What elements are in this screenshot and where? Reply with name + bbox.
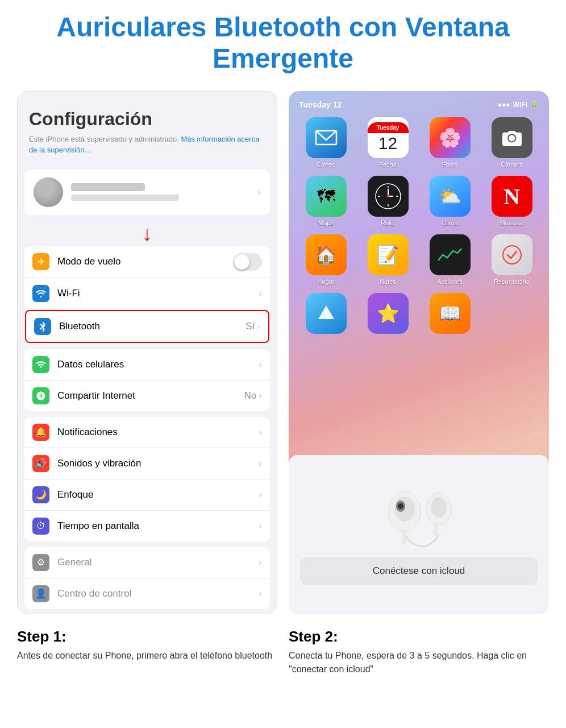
settings-header: Configuración Este iPhone está supervisa… bbox=[18, 92, 277, 160]
reloj-icon bbox=[368, 176, 409, 217]
hotspot-chevron: › bbox=[259, 390, 262, 402]
control-label: Centro de control bbox=[57, 588, 259, 599]
notes-label: Notes bbox=[380, 278, 396, 285]
settings-row-bluetooth[interactable]: Bluetooth Sí › bbox=[25, 310, 269, 343]
general-label: General bbox=[57, 557, 259, 568]
wifi-icon bbox=[32, 285, 49, 302]
app-fecha[interactable]: Tuesday 12 Fecha bbox=[361, 117, 415, 168]
status-bar: Tuesday 12 ●●● WiFi 🔋 bbox=[294, 98, 543, 111]
app-grid: Correo Tuesday 12 Fecha 🌸 Fotos bbox=[294, 111, 543, 342]
profile-row[interactable]: › bbox=[24, 169, 270, 215]
main-title: Auriculares Bluetooth con Ventana Emerge… bbox=[17, 11, 549, 74]
settings-phone-frame: Configuración Este iPhone está supervisa… bbox=[17, 91, 277, 614]
app-maps[interactable]: 🗺 Maps bbox=[299, 176, 353, 226]
hotspot-icon bbox=[32, 387, 49, 404]
screentime-chevron: › bbox=[259, 520, 262, 532]
home-screen: Tuesday 12 ●●● WiFi 🔋 bbox=[289, 91, 549, 455]
svg-line-13 bbox=[511, 251, 517, 258]
step-2-title: Step 2: bbox=[289, 628, 549, 646]
settings-group-2: Datos celulares › Compartir Internet No … bbox=[24, 349, 270, 411]
camera-label: Cámara bbox=[501, 161, 523, 168]
general-icon: ⚙ bbox=[32, 554, 49, 571]
clima-icon: ⛅ bbox=[430, 176, 471, 217]
app-fotos[interactable]: 🌸 Fotos bbox=[423, 117, 477, 168]
step-2: Step 2: Conecta tu Phone, espera de 3 a … bbox=[289, 628, 549, 676]
bluetooth-chevron: › bbox=[257, 321, 260, 332]
red-arrow-down: ↓ bbox=[142, 224, 152, 244]
settings-row-sounds[interactable]: 🔊 Sonidos y vibración › bbox=[24, 448, 270, 479]
bluetooth-label: Bluetooth bbox=[59, 321, 245, 332]
app-mail[interactable]: Correo bbox=[299, 117, 353, 168]
avatar-image bbox=[34, 177, 63, 207]
settings-row-control[interactable]: 👤 Centro de control › bbox=[24, 578, 270, 609]
app-notes[interactable]: 📝 Notes bbox=[361, 234, 415, 285]
settings-row-airplane[interactable]: ✈ Modo de vuelo bbox=[24, 246, 270, 278]
app-acciones[interactable]: Acciones bbox=[423, 234, 477, 285]
settings-row-screentime[interactable]: ⏱ Tiempo en pantalla › bbox=[24, 511, 270, 541]
sounds-icon: 🔊 bbox=[32, 455, 49, 472]
control-icon: 👤 bbox=[32, 585, 49, 602]
connect-icloud-button[interactable]: Conéctese con icloud bbox=[300, 557, 538, 585]
fotos-icon: 🌸 bbox=[430, 117, 471, 158]
app-clima[interactable]: ⛅ Clima bbox=[423, 176, 477, 226]
mensaje-icon: N bbox=[492, 176, 532, 217]
steps-section: Step 1: Antes de conectar su Phone, prim… bbox=[17, 628, 549, 676]
app-books[interactable]: 📖 bbox=[423, 293, 477, 337]
svg-point-11 bbox=[503, 246, 521, 264]
app-hogar[interactable]: 🏠 Hogar bbox=[299, 234, 353, 285]
featured-icon: ⭐ bbox=[368, 293, 409, 334]
camera-icon bbox=[492, 117, 532, 158]
profile-name-blur bbox=[71, 183, 145, 191]
maps-icon: 🗺 bbox=[306, 176, 347, 217]
settings-row-focus[interactable]: 🌙 Enfoque › bbox=[24, 479, 270, 511]
wifi-chevron: › bbox=[259, 288, 262, 299]
app-camera[interactable]: Cámara bbox=[485, 117, 539, 168]
settings-row-wifi[interactable]: Wi-Fi › bbox=[24, 278, 270, 309]
mail-label: Correo bbox=[317, 161, 336, 168]
maps-label: Maps bbox=[318, 220, 334, 226]
bluetooth-icon bbox=[34, 318, 51, 335]
settings-group-4: ⚙ General › 👤 Centro de control › bbox=[24, 547, 270, 609]
toggle-knob bbox=[234, 254, 249, 270]
cellular-chevron: › bbox=[259, 359, 262, 370]
app-appstore[interactable] bbox=[299, 293, 353, 337]
app-featured[interactable]: ⭐ bbox=[361, 293, 415, 337]
svg-rect-22 bbox=[434, 523, 438, 536]
earphones-illustration bbox=[362, 466, 476, 557]
settings-panel: Configuración Este iPhone está supervisa… bbox=[17, 91, 277, 614]
settings-row-general[interactable]: ⚙ General › bbox=[24, 547, 270, 578]
general-chevron: › bbox=[259, 557, 262, 568]
profile-detail-blur bbox=[71, 195, 179, 201]
airplane-label: Modo de vuelo bbox=[57, 256, 233, 267]
avatar bbox=[34, 177, 63, 207]
settings-row-hotspot[interactable]: Compartir Internet No › bbox=[24, 380, 270, 411]
signal-icon: ●●● bbox=[498, 101, 510, 109]
svg-line-12 bbox=[507, 255, 511, 258]
step-1-title: Step 1: bbox=[17, 628, 277, 646]
phone-right-panel: Tuesday 12 ●●● WiFi 🔋 bbox=[289, 91, 549, 614]
svg-point-18 bbox=[398, 503, 403, 509]
cellular-icon bbox=[32, 356, 49, 373]
settings-title: Configuración bbox=[29, 109, 265, 130]
svg-rect-21 bbox=[402, 529, 406, 545]
app-recordatorio[interactable]: Recordatorio bbox=[485, 234, 539, 285]
status-day-date: Tuesday 12 bbox=[299, 100, 342, 109]
bluetooth-value: Sí bbox=[245, 321, 255, 332]
settings-row-cellular[interactable]: Datos celulares › bbox=[24, 349, 270, 380]
acciones-label: Acciones bbox=[437, 278, 463, 285]
app-reloj[interactable]: Reloj bbox=[361, 176, 415, 226]
iphone-frame: Tuesday 12 ●●● WiFi 🔋 bbox=[289, 91, 549, 614]
airplane-toggle[interactable] bbox=[233, 253, 262, 271]
sounds-chevron: › bbox=[259, 458, 262, 469]
control-chevron: › bbox=[259, 588, 262, 599]
notifications-label: Notificaciones bbox=[57, 427, 259, 438]
app-mensaje[interactable]: N Mensaje bbox=[485, 176, 539, 226]
sounds-label: Sonidos y vibración bbox=[57, 458, 259, 469]
notifications-chevron: › bbox=[259, 427, 262, 438]
cellular-label: Datos celulares bbox=[57, 359, 259, 370]
mensaje-label: Mensaje bbox=[500, 220, 524, 226]
settings-row-notifications[interactable]: 🔔 Notificaciones › bbox=[24, 417, 270, 448]
focus-chevron: › bbox=[259, 489, 262, 500]
hotspot-label: Compartir Internet bbox=[57, 390, 244, 402]
acciones-icon bbox=[430, 234, 471, 275]
